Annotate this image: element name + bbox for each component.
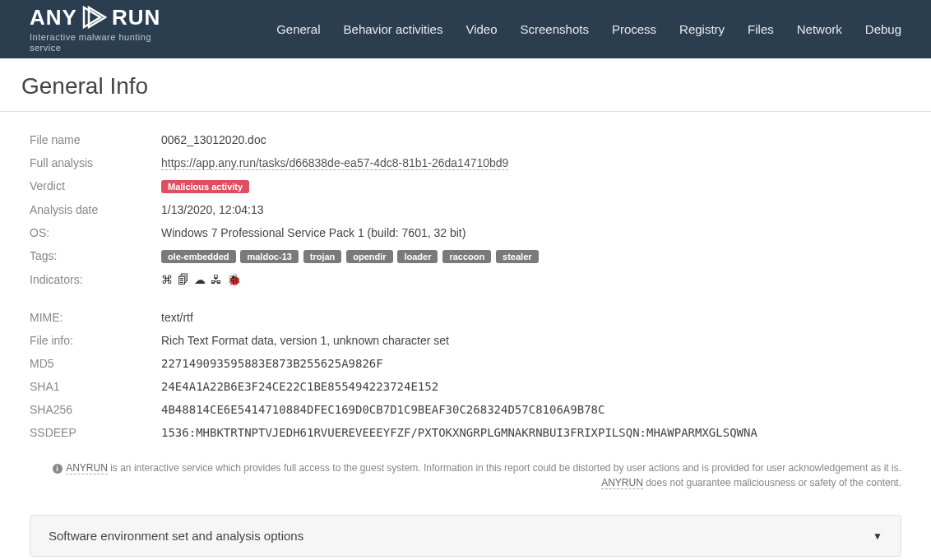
tag-item[interactable]: loader — [397, 250, 438, 263]
row-ssdeep: SSDEEP1536:MHBKTRTNPTVJEDH61RVUEREVEEEYF… — [30, 421, 901, 444]
row-file-name: File name0062_13012020.doc — [30, 128, 901, 151]
label-sha1: SHA1 — [30, 375, 161, 398]
row-analysis-date: Analysis date1/13/2020, 12:04:13 — [30, 198, 901, 221]
value-mime: text/rtf — [161, 306, 901, 329]
indicator-cloud-icon: ☁ — [194, 273, 206, 286]
value-tags: ole-embedded maldoc-13 trojan opendir lo… — [161, 244, 901, 268]
link-full-analysis[interactable]: https://app.any.run/tasks/d66838de-ea57-… — [161, 156, 508, 170]
value-file-name: 0062_13012020.doc — [161, 128, 901, 151]
label-indicators: Indicators: — [30, 268, 161, 291]
row-file-info: File info:Rich Text Format data, version… — [30, 329, 901, 352]
disclaimer-brand-1[interactable]: ANYRUN — [66, 462, 108, 474]
disclaimer: i ANYRUN is an interactive service which… — [30, 460, 901, 490]
tag-item[interactable]: stealer — [496, 250, 538, 263]
main-header: ANY RUN Interactive malware hunting serv… — [0, 0, 931, 58]
play-icon — [81, 6, 109, 29]
disclaimer-text-1: is an interactive service which provides… — [108, 462, 901, 474]
label-file-name: File name — [30, 128, 161, 151]
row-md5: MD5227149093595883E873B255625A9826F — [30, 352, 901, 375]
logo-block: ANY RUN Interactive malware hunting serv… — [30, 5, 169, 53]
value-sha1: 24E4A1A22B6E3F24CE22C1BE855494223724E152 — [161, 375, 901, 398]
nav-registry[interactable]: Registry — [679, 22, 725, 36]
tag-item[interactable]: raccoon — [442, 250, 491, 263]
indicator-bug-icon: 🐞 — [227, 273, 241, 286]
label-sha256: SHA256 — [30, 398, 161, 421]
nav-network[interactable]: Network — [797, 22, 842, 36]
indicator-file-icon: 🗐 — [178, 273, 189, 286]
value-file-info: Rich Text Format data, version 1, unknow… — [161, 329, 901, 352]
info-icon: i — [53, 464, 63, 474]
nav-screenshots[interactable]: Screenshots — [521, 22, 589, 36]
nav-behavior[interactable]: Behavior activities — [344, 22, 443, 36]
row-indicators: Indicators: ⌘ 🗐 ☁ 🖧 🐞 — [30, 268, 901, 291]
label-ssdeep: SSDEEP — [30, 421, 161, 444]
value-analysis-date: 1/13/2020, 12:04:13 — [161, 198, 901, 221]
nav-files[interactable]: Files — [748, 22, 774, 36]
tag-item[interactable]: ole-embedded — [161, 250, 236, 263]
label-verdict: Verdict — [30, 174, 161, 198]
value-md5: 227149093595883E873B255625A9826F — [161, 352, 901, 375]
row-sha256: SHA2564B48814CE6E5414710884DFEC169D0CB7D… — [30, 398, 901, 421]
tagline: Interactive malware hunting service — [30, 32, 169, 53]
logo-text-left: ANY — [30, 5, 77, 30]
chevron-down-icon: ▼ — [873, 530, 882, 542]
row-mime: MIME:text/rtf — [30, 306, 901, 329]
row-full-analysis: Full analysishttps://app.any.run/tasks/d… — [30, 151, 901, 174]
accordion-software-env[interactable]: Software environment set and analysis op… — [30, 515, 901, 557]
label-analysis-date: Analysis date — [30, 198, 161, 221]
value-os: Windows 7 Professional Service Pack 1 (b… — [161, 221, 901, 244]
nav-process[interactable]: Process — [612, 22, 656, 36]
main-nav: General Behavior activities Video Screen… — [276, 22, 901, 36]
indicator-network-icon: 🖧 — [211, 273, 222, 286]
nav-debug[interactable]: Debug — [865, 22, 901, 36]
tag-item[interactable]: maldoc-13 — [240, 250, 298, 263]
nav-video[interactable]: Video — [466, 22, 497, 36]
nav-general[interactable]: General — [276, 22, 320, 36]
row-os: OS:Windows 7 Professional Service Pack 1… — [30, 221, 901, 244]
label-md5: MD5 — [30, 352, 161, 375]
verdict-badge: Malicious activity — [161, 180, 249, 193]
indicator-script-icon: ⌘ — [161, 273, 173, 286]
row-verdict: VerdictMalicious activity — [30, 174, 901, 198]
logo[interactable]: ANY RUN — [30, 5, 169, 30]
disclaimer-text-2: does not guarantee maliciousness or safe… — [643, 477, 901, 488]
tag-item[interactable]: trojan — [303, 250, 342, 263]
value-ssdeep: 1536:MHBKTRTNPTVJEDH61RVUEREVEEEYFZF/PXT… — [161, 421, 901, 444]
row-tags: Tags: ole-embedded maldoc-13 trojan open… — [30, 244, 901, 268]
accordion-title: Software environment set and analysis op… — [49, 529, 303, 543]
disclaimer-brand-2[interactable]: ANYRUN — [601, 477, 643, 489]
content: File name0062_13012020.doc Full analysis… — [0, 112, 931, 557]
logo-text-right: RUN — [112, 5, 160, 30]
tag-item[interactable]: opendir — [346, 250, 392, 263]
label-mime: MIME: — [30, 306, 161, 329]
label-os: OS: — [30, 221, 161, 244]
info-table: File name0062_13012020.doc Full analysis… — [30, 128, 901, 444]
row-sha1: SHA124E4A1A22B6E3F24CE22C1BE855494223724… — [30, 375, 901, 398]
value-sha256: 4B48814CE6E5414710884DFEC169D0CB7D1C9BEA… — [161, 398, 901, 421]
label-full-analysis: Full analysis — [30, 151, 161, 174]
indicator-icons: ⌘ 🗐 ☁ 🖧 🐞 — [161, 273, 901, 286]
label-tags: Tags: — [30, 244, 161, 268]
label-file-info: File info: — [30, 329, 161, 352]
page-title: General Info — [0, 58, 931, 111]
